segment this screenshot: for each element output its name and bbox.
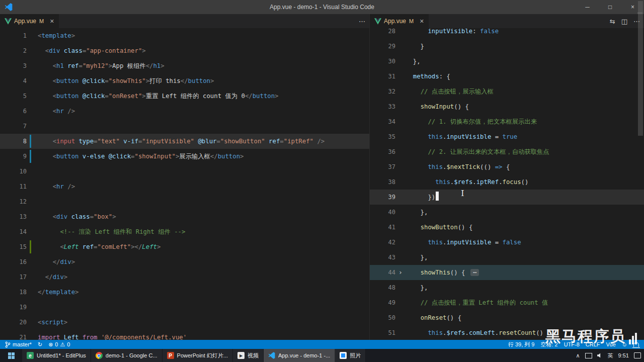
- open-changes-icon[interactable]: ⇆: [610, 18, 615, 25]
- line-number[interactable]: 18: [0, 285, 27, 300]
- code-line-32[interactable]: 32 // 点击按钮，展示输入框: [370, 84, 644, 99]
- code-line-15[interactable]: 15 <Left ref="comLeft"></Left>: [0, 239, 369, 254]
- code-line-41[interactable]: 41 showButton() {: [370, 220, 644, 235]
- line-number[interactable]: 13: [0, 209, 27, 224]
- speaker-icon[interactable]: [597, 353, 603, 358]
- close-icon[interactable]: ×: [418, 17, 426, 25]
- line-number[interactable]: 42: [370, 235, 395, 250]
- line-number[interactable]: 9: [0, 149, 27, 164]
- maximize-button[interactable]: □: [599, 0, 621, 14]
- line-number[interactable]: 17: [0, 269, 27, 285]
- line-number[interactable]: 6: [0, 104, 27, 119]
- code-line-5[interactable]: 5 <button @click="onReset">重置 Left 组件的 c…: [0, 88, 369, 104]
- line-number[interactable]: 4: [0, 73, 27, 88]
- line-number[interactable]: 38: [370, 174, 395, 190]
- code-line-9[interactable]: 9 <button v-else @click="showInput">展示输入…: [0, 149, 369, 164]
- line-number[interactable]: 3: [0, 58, 27, 73]
- line-number[interactable]: 49: [370, 295, 395, 310]
- code-line-21[interactable]: 21import Left from '@/components/Left.vu…: [0, 330, 369, 340]
- code-line-11[interactable]: 11 <hr />: [0, 179, 369, 194]
- taskbar-item-photos[interactable]: 照片: [335, 349, 366, 362]
- tab-appvue-right[interactable]: App.vue M ×: [370, 14, 429, 28]
- line-number[interactable]: 31: [370, 69, 395, 84]
- code-line-20[interactable]: 20<script>: [0, 315, 369, 330]
- line-number[interactable]: 21: [0, 330, 27, 340]
- line-number[interactable]: 28: [370, 28, 395, 39]
- code-line-34[interactable]: 34 // 1. 切换布尔值，把文本框展示出来: [370, 114, 644, 129]
- line-number[interactable]: 1: [0, 28, 27, 43]
- line-number[interactable]: 8: [0, 134, 27, 149]
- display-icon[interactable]: [585, 353, 592, 358]
- problems-item[interactable]: ⊗ 0 ⚠ 0: [48, 341, 70, 348]
- split-editor-icon[interactable]: ◫: [621, 18, 627, 25]
- taskbar-item-chrome[interactable]: demo-1 - Google C...: [91, 349, 163, 362]
- line-number[interactable]: 51: [370, 325, 395, 340]
- code-line-38[interactable]: 38 this.$refs.iptRef.focus(): [370, 174, 644, 190]
- line-number[interactable]: 34: [370, 114, 395, 129]
- code-line-48[interactable]: 48 },: [370, 280, 644, 295]
- line-number[interactable]: 48: [370, 280, 395, 295]
- line-number[interactable]: 20: [0, 315, 27, 330]
- notification-center-icon[interactable]: [634, 352, 641, 358]
- code-line-40[interactable]: 40 },: [370, 205, 644, 220]
- line-number[interactable]: 35: [370, 129, 395, 144]
- clock[interactable]: 9:51: [618, 352, 629, 358]
- code-line-3[interactable]: 3 <h1 ref="myh12">App 根组件</h1>: [0, 58, 369, 73]
- taskbar-item-powerpoint[interactable]: PPowerPoint 幻灯片...: [163, 349, 233, 362]
- more-actions-icon[interactable]: ⋯: [359, 18, 365, 25]
- line-number[interactable]: 11: [0, 179, 27, 194]
- taskbar-item-editplus[interactable]: eUntitled1* - EditPlus: [22, 349, 91, 362]
- scrollbar-thumb-right[interactable]: [638, 1, 643, 136]
- line-number[interactable]: 36: [370, 144, 395, 159]
- code-line-36[interactable]: 36 // 2. 让展示出来的文本框，自动获取焦点: [370, 144, 644, 159]
- line-number[interactable]: 5: [0, 88, 27, 104]
- code-line-49[interactable]: 49 // 点击按钮，重置 Left 组件的 count 值: [370, 295, 644, 310]
- code-line-31[interactable]: 31 methods: {: [370, 69, 644, 84]
- minimize-button[interactable]: ─: [576, 0, 599, 14]
- line-number[interactable]: 43: [370, 250, 395, 265]
- line-number[interactable]: 30: [370, 54, 395, 69]
- git-branch-item[interactable]: master*: [5, 341, 32, 348]
- code-line-33[interactable]: 33 showInput() {: [370, 99, 644, 114]
- code-line-1[interactable]: 1<template>: [0, 28, 369, 43]
- taskbar-item-vscode[interactable]: App.vue - demo-1 -...: [264, 349, 335, 362]
- code-line-44[interactable]: 44› showThis() { ⋯: [370, 265, 644, 280]
- code-line-19[interactable]: 19: [0, 300, 369, 315]
- close-icon[interactable]: ×: [48, 17, 56, 25]
- code-line-39[interactable]: 39 }): [370, 190, 644, 205]
- code-line-43[interactable]: 43 },: [370, 250, 644, 265]
- line-number[interactable]: 41: [370, 220, 395, 235]
- start-button[interactable]: [0, 349, 22, 362]
- line-number[interactable]: 37: [370, 159, 395, 174]
- code-line-18[interactable]: 18</template>: [0, 285, 369, 300]
- code-line-2[interactable]: 2 <div class="app-container">: [0, 43, 369, 58]
- line-number[interactable]: 32: [370, 84, 395, 99]
- code-line-4[interactable]: 4 <button @click="showThis">打印 this</but…: [0, 73, 369, 88]
- code-line-35[interactable]: 35 this.inputVisible = true: [370, 129, 644, 144]
- code-line-12[interactable]: 12: [0, 194, 369, 209]
- line-number[interactable]: 14: [0, 224, 27, 239]
- code-line-42[interactable]: 42 this.inputVisible = false: [370, 235, 644, 250]
- code-line-16[interactable]: 16 </div>: [0, 254, 369, 269]
- code-line-37[interactable]: 37 this.$nextTick(() => {: [370, 159, 644, 174]
- sync-button[interactable]: ↻: [38, 341, 42, 348]
- code-line-28[interactable]: 28 inputVisible: false: [370, 28, 644, 39]
- line-number[interactable]: 2: [0, 43, 27, 58]
- input-method-indicator[interactable]: 英: [608, 352, 613, 359]
- line-number[interactable]: 15: [0, 239, 27, 254]
- line-number[interactable]: 16: [0, 254, 27, 269]
- code-line-14[interactable]: 14 <!-- 渲染 Left 组件和 Right 组件 -->: [0, 224, 369, 239]
- line-number[interactable]: 39: [370, 190, 395, 205]
- code-editor-right[interactable]: 28 inputVisible: false29 }30 },31 method…: [370, 28, 644, 340]
- line-number[interactable]: 7: [0, 119, 27, 134]
- status-item-0[interactable]: 行 39, 列 9: [508, 341, 535, 348]
- line-number[interactable]: 12: [0, 194, 27, 209]
- line-number[interactable]: 19: [0, 300, 27, 315]
- code-editor-left[interactable]: 1<template>2 <div class="app-container">…: [0, 28, 369, 340]
- code-line-29[interactable]: 29 }: [370, 39, 644, 54]
- code-line-8[interactable]: 8 <input type="text" v-if="inputVisible"…: [0, 134, 369, 149]
- code-line-10[interactable]: 10: [0, 164, 369, 179]
- taskbar-item-video[interactable]: ▶视频: [233, 349, 264, 362]
- fold-collapsed-icon[interactable]: ›: [398, 265, 403, 280]
- code-line-50[interactable]: 50 onReset() {: [370, 310, 644, 325]
